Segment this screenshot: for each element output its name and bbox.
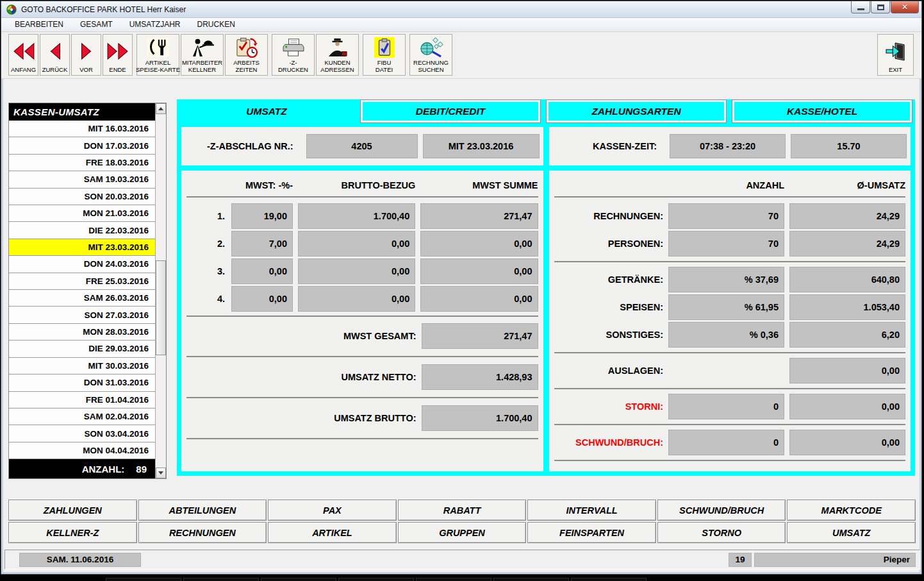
date-row[interactable]: MIT 30.03.2016 xyxy=(9,358,155,375)
kassenzeit-value-field: 07:38 - 23:20 xyxy=(670,134,786,158)
toolbar-mitarbeiter-kellner-button[interactable]: MITARBEITER KELLNER xyxy=(181,34,224,76)
report-buttons-row2: KELLNER-ZRECHNUNGENARTIKELGRUPPENFEINSPA… xyxy=(8,522,916,543)
date-row[interactable]: SAM 02.04.2016 xyxy=(9,408,155,425)
toolbar-zurueck-button[interactable]: ZURÜCK xyxy=(40,34,70,76)
date-row[interactable]: DIE 22.03.2016 xyxy=(9,222,155,239)
mwst-summe-value: 271,47 xyxy=(420,203,538,229)
taskbar-sliver xyxy=(0,576,924,581)
date-row[interactable]: SON 27.03.2016 xyxy=(9,307,155,323)
toolbar-rechnung-suchen-button[interactable]: RECHNUNG SUCHEN xyxy=(409,34,452,76)
date-row[interactable]: SON 20.03.2016 xyxy=(9,189,155,205)
report-button[interactable]: ABTEILUNGEN xyxy=(138,500,267,521)
close-button[interactable]: ✕ xyxy=(891,1,919,13)
mwst-header-row: MWST: -%- BRUTTO-BEZUG MWST SUMME xyxy=(186,174,538,196)
total-row: UMSATZ BRUTTO: 1.700,40 xyxy=(186,405,538,439)
stat-row: RECHNUNGEN: 70 24,29 xyxy=(554,203,906,229)
date-row[interactable]: DON 17.03.2016 xyxy=(9,137,155,154)
stats-rows: RECHNUNGEN: 70 24,29 PERSONEN: 70 24,29 … xyxy=(554,203,906,461)
mwst-totals: MWST GESAMT: 271,47 UMSATZ NETTO: 1.428,… xyxy=(186,323,538,439)
date-row[interactable]: MON 21.03.2016 xyxy=(9,205,155,222)
app-window: GOTO BACKOFFICE PARK HOTEL Herr Kaiser ✕… xyxy=(1,1,922,575)
report-button[interactable]: ZAHLUNGEN xyxy=(8,500,137,521)
brutto-bezug-value: 0,00 xyxy=(298,258,415,284)
app-icon xyxy=(6,4,17,15)
titlebar: GOTO BACKOFFICE PARK HOTEL Herr Kaiser ✕ xyxy=(1,1,921,18)
status-user: Pieper xyxy=(754,553,916,567)
report-button[interactable]: MARKTCODE xyxy=(787,500,916,521)
report-button[interactable]: PAX xyxy=(268,500,397,521)
toolbar-artikel-speisekarte-button[interactable]: ARTIKEL SPEISE-KARTE xyxy=(136,34,179,76)
toolbar: ANFANG ZURÜCK VOR ENDE xyxy=(1,32,921,79)
date-row[interactable]: SAM 26.03.2016 xyxy=(9,290,155,307)
window-controls: ✕ xyxy=(850,1,919,13)
menu-item[interactable]: DRUCKEN xyxy=(188,18,243,31)
menu-item[interactable]: UMSATZJAHR xyxy=(121,18,189,31)
report-button[interactable]: FEINSPARTEN xyxy=(527,522,656,543)
report-button[interactable]: UMSATZ xyxy=(787,522,916,543)
toolbar-fibu-datei-button[interactable]: FIBU DATEI xyxy=(363,34,406,76)
report-button[interactable]: INTERVALL xyxy=(527,500,656,521)
date-row[interactable]: SON 03.04.2016 xyxy=(9,425,155,442)
main-body: -Z-ABSCHLAG NR.: 4205 MIT 23.03.2016 MWS… xyxy=(177,123,915,476)
report-button[interactable]: RABATT xyxy=(398,500,527,521)
report-button[interactable]: STORNO xyxy=(657,522,786,543)
date-row[interactable]: DON 24.03.2016 xyxy=(9,256,155,273)
date-row[interactable]: MON 04.04.2016 xyxy=(9,442,155,459)
date-row[interactable]: FRE 18.03.2016 xyxy=(9,155,155,171)
abschlag-label: -Z-ABSCHLAG NR.: xyxy=(181,141,301,151)
date-list: MIT 16.03.2016DON 17.03.2016FRE 18.03.20… xyxy=(9,121,155,459)
toolbar-arbeitszeiten-button[interactable]: ARBEITS ZEITEN xyxy=(225,34,268,76)
date-row[interactable]: MIT 23.03.2016 xyxy=(9,239,155,256)
toolbar-vor-button[interactable]: VOR xyxy=(71,34,101,76)
date-row[interactable]: DIE 29.03.2016 xyxy=(9,341,155,357)
report-button[interactable]: ARTIKEL xyxy=(268,522,397,543)
toolbar-ende-button[interactable]: ENDE xyxy=(103,34,133,76)
toolbar-exit-button[interactable]: EXIT xyxy=(877,34,914,76)
scroll-up-button[interactable] xyxy=(156,103,166,114)
date-row[interactable]: FRE 01.04.2016 xyxy=(9,392,155,408)
date-row[interactable]: MIT 16.03.2016 xyxy=(9,121,155,137)
mwst-prozent-value: 7,00 xyxy=(231,231,293,257)
stat-anzahl-value: 0 xyxy=(668,430,784,455)
mwst-row: 1. 19,00 1.700,40 271,47 xyxy=(186,203,538,229)
report-button[interactable]: SCHWUND/BRUCH xyxy=(657,500,786,521)
clipboard-yellow-icon xyxy=(374,37,395,58)
stat-umsatz-value: 0,00 xyxy=(789,430,905,455)
mwst-prozent-value: 19,00 xyxy=(231,203,293,229)
menu-item[interactable]: GESAMT xyxy=(72,18,121,31)
toolbar-kunden-adressen-button[interactable]: KUNDEN ADRESSEN xyxy=(316,34,359,76)
scroll-down-button[interactable] xyxy=(156,467,166,478)
toolbar-anfang-button[interactable]: ANFANG xyxy=(8,34,38,76)
date-row[interactable]: FRE 25.03.2016 xyxy=(9,273,155,290)
printer-icon xyxy=(281,38,306,57)
stat-umsatz-value: 1.053,40 xyxy=(789,294,905,320)
maximize-button[interactable] xyxy=(871,1,890,13)
search-cubes-icon xyxy=(418,37,444,58)
tab[interactable]: KASSE/HOTEL xyxy=(732,99,912,123)
stat-umsatz-value: 0,00 xyxy=(789,394,905,419)
date-row[interactable]: SAM 19.03.2016 xyxy=(9,171,155,188)
menu-item[interactable]: BEARBEITEN xyxy=(6,18,72,31)
minimize-button[interactable] xyxy=(851,1,870,13)
stat-anzahl-value: % 61,95 xyxy=(668,294,784,320)
stat-row: SCHWUND/BRUCH: 0 0,00 xyxy=(554,430,906,461)
abschlag-nr-field: 4205 xyxy=(306,134,418,158)
stat-umsatz-value: 24,29 xyxy=(789,231,905,257)
stats-panel: ANZAHL Ø-UMSATZ RECHNUNGEN: 70 24,29 PER… xyxy=(549,171,911,471)
tab[interactable]: ZAHLUNGSARTEN xyxy=(546,99,727,123)
total-value: 1.428,93 xyxy=(422,364,538,390)
report-button[interactable]: KELLNER-Z xyxy=(8,522,137,543)
scrollbar-thumb[interactable] xyxy=(156,260,166,355)
status-date: SAM. 11.06.2016 xyxy=(19,553,141,567)
sidebar-scrollbar[interactable] xyxy=(155,103,166,478)
report-button[interactable]: GRUPPEN xyxy=(398,522,527,543)
toolbar-z-drucken-button[interactable]: -Z- DRUCKEN xyxy=(272,34,315,76)
maximize-icon xyxy=(877,4,884,10)
date-row[interactable]: MON 28.03.2016 xyxy=(9,324,155,341)
report-button[interactable]: RECHNUNGEN xyxy=(138,522,267,543)
tab[interactable]: DEBIT/CREDIT xyxy=(360,99,541,123)
date-row[interactable]: DON 31.03.2016 xyxy=(9,375,155,391)
tab[interactable]: UMSATZ xyxy=(177,99,356,123)
kassenzeit-label: KASSEN-ZEIT: xyxy=(549,141,665,151)
taskbar-button-stub xyxy=(493,578,569,581)
